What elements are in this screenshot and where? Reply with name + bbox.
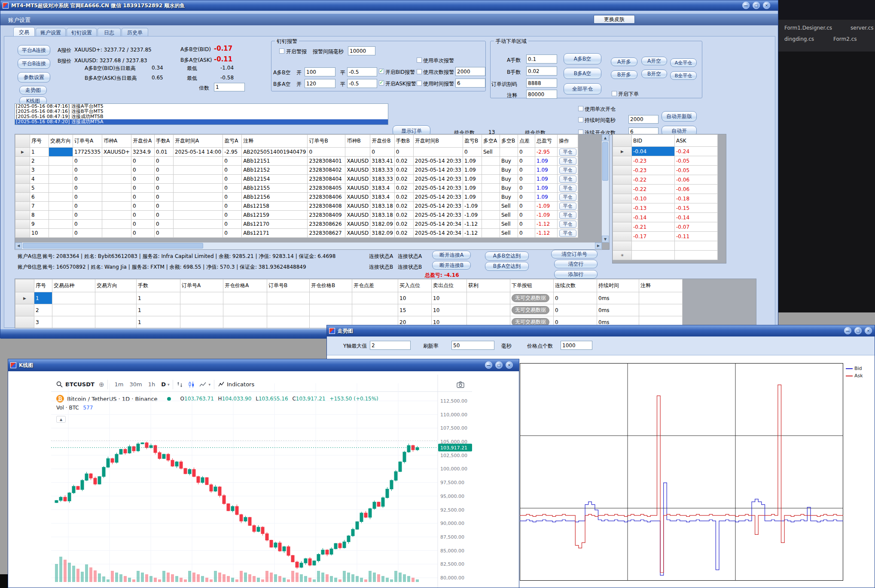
column-header[interactable]: 多空B	[500, 135, 518, 148]
row-header[interactable]	[613, 222, 632, 232]
grid-cell[interactable]	[102, 229, 131, 238]
grid-cell[interactable]: 0	[518, 175, 535, 184]
b-open-short-button[interactable]: B开空	[641, 70, 667, 78]
grid-cell[interactable]: ABs12171	[242, 229, 308, 238]
grid-cell[interactable]: XAUUSD	[345, 193, 370, 202]
grid-cell[interactable]: -2.95	[535, 148, 558, 157]
grid-cell[interactable]: 0	[518, 220, 535, 229]
grid-cell[interactable]: 0	[73, 184, 102, 193]
grid-cell[interactable]: 0	[73, 193, 102, 202]
column-header[interactable]: 交易品种	[52, 279, 95, 292]
bid-alarm-checkbox[interactable]	[379, 69, 384, 74]
grid-cell[interactable]: Buy	[500, 193, 518, 202]
grid-cell[interactable]: Sell	[500, 202, 518, 211]
a-close-all-button[interactable]: A全平仓	[670, 58, 697, 67]
grid-cell[interactable]	[500, 148, 518, 157]
grid-cell[interactable]: 平仓	[558, 166, 578, 175]
grid-cell[interactable]	[482, 193, 500, 202]
grid-cell[interactable]: 0	[223, 157, 242, 166]
grid-cell[interactable]: 2	[30, 157, 49, 166]
row-header[interactable]	[15, 328, 34, 329]
grid-cell[interactable]: 2025-05-14 20:34	[413, 220, 463, 229]
grid-cell[interactable]	[102, 184, 131, 193]
grid-cell[interactable]: -0.05	[675, 156, 718, 166]
row-header[interactable]	[15, 175, 30, 184]
file-tab[interactable]: Form1.Designer.cs	[784, 25, 832, 31]
grid-cell[interactable]: Sell	[500, 220, 518, 229]
column-header[interactable]: 获利	[467, 279, 510, 292]
grid-cell[interactable]	[174, 184, 223, 193]
grid-cell[interactable]: -0.23	[632, 156, 675, 166]
grid-cell[interactable]: -0.22	[632, 185, 675, 194]
grid-cell[interactable]: 0	[223, 175, 242, 184]
column-header[interactable]: 多空A	[482, 135, 500, 148]
column-header[interactable]: 持续时间	[597, 279, 639, 292]
close-position-button[interactable]: 平仓	[559, 167, 576, 174]
grid-cell[interactable]: 0	[155, 202, 174, 211]
positions-grid[interactable]: 序号交易方向订单号A币种A开盘价A手数A开盘时间A盈亏A注释订单号B币种B开盘价…	[15, 134, 610, 250]
kline-title-bar[interactable]: K线图 — ▢ ✕	[8, 359, 519, 371]
grid-cell[interactable]	[102, 220, 131, 229]
grid-cell[interactable]: 0	[73, 229, 102, 238]
grid-cell[interactable]: -1.09	[535, 202, 558, 211]
a-buy-b-sell-button[interactable]: A多B空	[564, 53, 601, 64]
close-button[interactable]: ✕	[506, 361, 513, 369]
grid-cell[interactable]: 2	[34, 304, 52, 316]
no-trade-data-button[interactable]: 无可交易数据	[512, 294, 549, 302]
grid-cell[interactable]	[95, 304, 137, 316]
disconnect-b-button[interactable]: 断开连接B	[432, 261, 471, 270]
points-input[interactable]	[561, 341, 592, 350]
column-header[interactable]: 订单号B	[308, 135, 345, 148]
maximize-button[interactable]: ▢	[854, 327, 862, 334]
close-position-button[interactable]: 平仓	[559, 176, 576, 183]
row-header[interactable]	[15, 184, 30, 193]
grid-cell[interactable]: 3	[30, 166, 49, 175]
grid-cell[interactable]: 0	[155, 193, 174, 202]
grid-cell[interactable]	[467, 292, 510, 304]
grid-cell[interactable]: 2025-05-14 20:33	[413, 166, 463, 175]
grid-cell[interactable]: 0	[155, 184, 174, 193]
disconnect-a-button[interactable]: 断开连接A	[432, 251, 471, 259]
grid-cell[interactable]: -1.09	[463, 202, 482, 211]
grid-cell[interactable]: 17725335	[73, 148, 102, 157]
grid-cell[interactable]: 0	[131, 166, 155, 175]
grid-cell[interactable]	[223, 316, 267, 328]
grid-cell[interactable]	[52, 304, 95, 316]
trend-chart-button[interactable]: 走势图	[19, 86, 47, 94]
grid-cell[interactable]: -0.24	[675, 147, 718, 156]
column-header[interactable]: 订单号A	[180, 279, 223, 292]
tab-trade[interactable]: 交易	[13, 27, 35, 36]
grid-cell[interactable]: 0	[518, 148, 535, 157]
grid-cell[interactable]: 平仓	[558, 202, 578, 211]
grid-cell[interactable]	[174, 166, 223, 175]
add-row-button[interactable]: 添加行	[554, 270, 598, 279]
column-header[interactable]: 盈亏A	[223, 135, 242, 148]
grid-cell[interactable]: ABs12158	[242, 202, 308, 211]
grid-cell[interactable]	[49, 166, 73, 175]
grid-cell[interactable]: 0	[155, 211, 174, 220]
grid-cell[interactable]: 0	[223, 184, 242, 193]
grid-cell[interactable]: 1.09	[463, 193, 482, 202]
grid-cell[interactable]: XAUUSD+	[102, 148, 131, 157]
grid-cell[interactable]	[223, 304, 267, 316]
grid-cell[interactable]: -0.14	[632, 213, 675, 222]
column-header[interactable]: 注释	[242, 135, 308, 148]
grid-cell[interactable]: 1.09	[535, 184, 558, 193]
grid-cell[interactable]	[102, 211, 131, 220]
grid-cell[interactable]: -0.11	[675, 232, 718, 241]
grid-cell[interactable]: 15	[398, 304, 432, 316]
column-header[interactable]: 买入点位	[398, 279, 432, 292]
tab-account-settings[interactable]: 账户设置	[36, 28, 66, 36]
enable-alarm-checkbox[interactable]	[279, 48, 284, 54]
tab-log[interactable]: 日志	[98, 28, 121, 36]
grid-cell[interactable]	[95, 292, 137, 304]
grid-cell[interactable]: 0	[73, 220, 102, 229]
grid-cell[interactable]	[49, 157, 73, 166]
grid-cell[interactable]: 3183.33	[370, 175, 395, 184]
grid-cell[interactable]	[632, 251, 675, 260]
close-button[interactable]: ✕	[865, 327, 872, 334]
grid-cell[interactable]: 2025-05-14 20:33	[413, 184, 463, 193]
b-close-all-button[interactable]: B全平仓	[670, 71, 697, 80]
time-alarm-checkbox[interactable]	[417, 81, 422, 86]
close-position-button[interactable]: 平仓	[559, 194, 576, 201]
